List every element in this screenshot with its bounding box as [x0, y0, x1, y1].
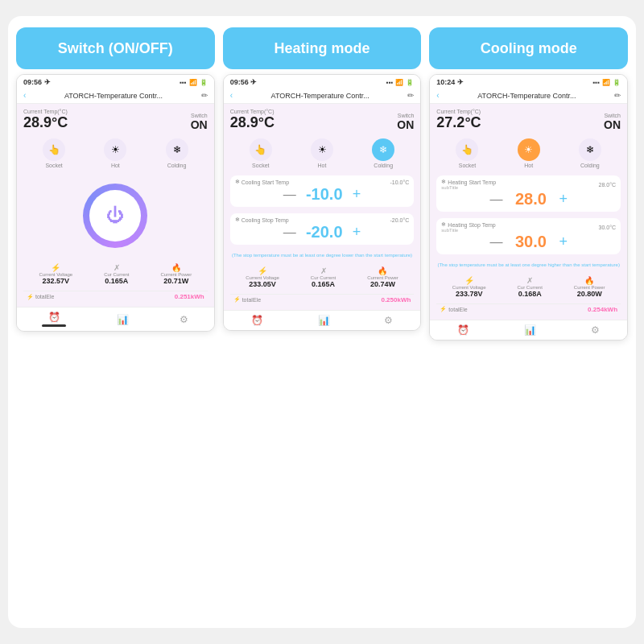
temp-label-1: Current Temp(°C) [230, 109, 275, 114]
temp-group-1: Current Temp(°C) 28.9°C [230, 109, 275, 131]
temp-label-2: Current Temp(°C) [436, 109, 481, 114]
nav-bar-2: ‹ ATORCH-Temperature Contr... ✏ [430, 88, 627, 104]
stat-item-1-0: ⚡ Current Voltage 233.05V [246, 266, 279, 288]
stats-row-1: ⚡ Current Voltage 233.05V ✗ Cur Current … [230, 263, 415, 290]
setting-row-2-1: ❄ Heating Stop Temp subTitle 30.0°C — 30… [436, 218, 621, 254]
bottom-nav-1: ⏰📊⚙ [224, 310, 421, 330]
edit-icon-1[interactable]: ✏ [407, 91, 414, 100]
power-icon-0: ⏻ [106, 205, 124, 226]
mode-icon-2-1[interactable]: ☀ Hot [518, 138, 540, 168]
switch-value-0: ON [191, 118, 208, 131]
bottom-nav-2: ⏰📊⚙ [430, 320, 627, 340]
increase-button-1-0[interactable]: + [353, 186, 361, 203]
edit-icon-0[interactable]: ✏ [201, 91, 208, 100]
setting-label-2-1: ❄ Heating Stop Temp [441, 221, 495, 228]
edit-icon-2[interactable]: ✏ [614, 91, 621, 100]
panel-header-0: Switch (ON/OFF) [16, 27, 215, 69]
bottom-nav-icon-1-0: ⏰ [251, 315, 263, 326]
status-bar-0: 09:56 ✈ ▪▪▪ 📶 🔋 [17, 75, 214, 88]
decrease-button-1-0[interactable]: — [283, 188, 296, 202]
increase-button-1-1[interactable]: + [353, 224, 361, 241]
mode-icon-0-2[interactable]: ❄ Colding [166, 138, 188, 168]
temp-value-2: 27.2°C [436, 114, 481, 131]
nav-title-1: ATORCH-Temperature Contr... [271, 92, 369, 100]
bottom-nav-bar-0-0 [42, 324, 66, 327]
back-icon-0[interactable]: ‹ [23, 91, 26, 100]
switch-label-2: Switch [604, 113, 621, 118]
mode-label-0-2: Colding [167, 163, 187, 168]
stat-item-1-2: 🔥 Current Power 20.74W [367, 266, 398, 288]
stat-value-0-1: 0.165A [105, 277, 128, 285]
battery-icon-2: 🔋 [613, 79, 621, 86]
mode-icon-1-0[interactable]: 👆 Socket [250, 138, 272, 168]
decrease-button-1-1[interactable]: — [283, 225, 296, 240]
stat-value-1-1: 0.165A [312, 280, 335, 288]
bottom-nav-item-2-2[interactable]: ⚙ [591, 324, 600, 336]
temp-control-row-1-0: — -10.0 + [235, 185, 410, 204]
total-row-0: ⚡ totalEle 0.251kWh [23, 291, 208, 302]
bottom-nav-item-1-0[interactable]: ⏰ [251, 315, 263, 326]
mode-icons-2: 👆 Socket ☀ Hot ❄ Colding [436, 135, 621, 171]
status-bar-2: 10:24 ✈ ▪▪▪ 📶 🔋 [430, 75, 627, 88]
nav-bar-0: ‹ ATORCH-Temperature Contr... ✏ [17, 88, 214, 104]
mode-icon-1-1[interactable]: ☀ Hot [311, 138, 333, 168]
wifi-icon-0: 📶 [189, 79, 197, 86]
mode-circle-1-1: ☀ [311, 138, 333, 161]
bottom-nav-icon-0-1: 📊 [117, 314, 129, 325]
panel-0: Switch (ON/OFF) 09:56 ✈ ▪▪▪ 📶 🔋 ‹ ATORCH… [16, 27, 215, 332]
mode-icon-2-2[interactable]: ❄ Colding [579, 138, 601, 168]
wifi-icon-2: 📶 [602, 79, 610, 86]
mode-icon-0-1[interactable]: ☀ Hot [104, 138, 126, 168]
bottom-nav-icon-2-1: 📊 [524, 324, 536, 336]
mode-icon-1-2[interactable]: ❄ Colding [372, 138, 394, 168]
temp-row-2: Current Temp(°C) 27.2°C Switch ON [436, 109, 621, 131]
battery-icon-1: 🔋 [406, 79, 414, 86]
snowflake-icon-1-1: ❄ [235, 217, 240, 223]
temp-display-1-0: -10.0 [304, 185, 345, 204]
total-value-0: 0.251kWh [175, 293, 204, 300]
mode-label-1-1: Hot [318, 163, 327, 168]
stats-row-0: ⚡ Current Voltage 232.57V ✗ Cur Current … [23, 260, 208, 287]
bottom-nav-item-2-1[interactable]: 📊 [524, 324, 536, 336]
total-label-0: ⚡ totalEle [27, 294, 54, 300]
lightning-icon-2: ⚡ [440, 306, 447, 312]
power-circle-inner-0: ⏻ [89, 190, 141, 242]
decrease-button-2-1[interactable]: — [489, 235, 502, 250]
stats-row-2: ⚡ Current Voltage 233.78V ✗ Cur Current … [436, 273, 621, 299]
temp-display-2-0: 28.0 [510, 190, 551, 208]
bottom-nav-item-0-0[interactable]: ⏰ [42, 312, 66, 327]
mode-label-1-2: Colding [374, 163, 393, 168]
phone-mockup-1: 09:56 ✈ ▪▪▪ 📶 🔋 ‹ ATORCH-Temperature Con… [223, 74, 422, 331]
switch-value-1: ON [397, 118, 414, 131]
battery-icon-0: 🔋 [200, 79, 208, 86]
stat-value-0-2: 20.71W [163, 277, 188, 285]
decrease-button-2-0[interactable]: — [489, 192, 502, 207]
mode-icon-2-0[interactable]: 👆 Socket [456, 138, 478, 168]
increase-button-2-1[interactable]: + [559, 233, 568, 250]
bottom-nav-item-1-2[interactable]: ⚙ [384, 315, 393, 326]
increase-button-2-0[interactable]: + [559, 191, 568, 208]
power-circle-container-0[interactable]: ⏻ [23, 175, 208, 256]
temp-label-0: Current Temp(°C) [23, 109, 68, 114]
signal-icon-0: ▪▪▪ [180, 79, 187, 86]
bottom-nav-item-1-1[interactable]: 📊 [318, 315, 330, 326]
back-icon-1[interactable]: ‹ [230, 91, 233, 100]
snowflake-icon-2-0: ❄ [441, 179, 446, 185]
mode-icon-0-0[interactable]: 👆 Socket [43, 138, 65, 168]
back-icon-2[interactable]: ‹ [436, 91, 439, 100]
bottom-nav-item-0-1[interactable]: 📊 [117, 314, 129, 325]
stat-icon-1-0: ⚡ [258, 266, 267, 275]
setting-row-2-0: ❄ Heating Start Temp subTitle 28.0°C — 2… [436, 175, 621, 212]
setting-label-group-2-0: ❄ Heating Start Temp subTitle [441, 179, 496, 190]
total-row-1: ⚡ totalEle 0.250kWh [230, 294, 415, 305]
nav-title-0: ATORCH-Temperature Contr... [64, 92, 163, 100]
bottom-nav-item-0-2[interactable]: ⚙ [180, 314, 188, 325]
status-time-0: 09:56 ✈ [23, 78, 51, 86]
total-value-2: 0.254kWh [588, 306, 617, 313]
setting-side-value-2-1: 30.0°C [599, 225, 616, 230]
stat-icon-0-2: 🔥 [171, 263, 181, 272]
bottom-nav-item-2-0[interactable]: ⏰ [457, 324, 469, 336]
stat-value-0-0: 232.57V [43, 277, 70, 285]
mode-icons-0: 👆 Socket ☀ Hot ❄ Colding [23, 135, 208, 171]
setting-row-1-0: ❄ Cooling Start Temp -10.0°C — -10.0 + [230, 175, 415, 207]
